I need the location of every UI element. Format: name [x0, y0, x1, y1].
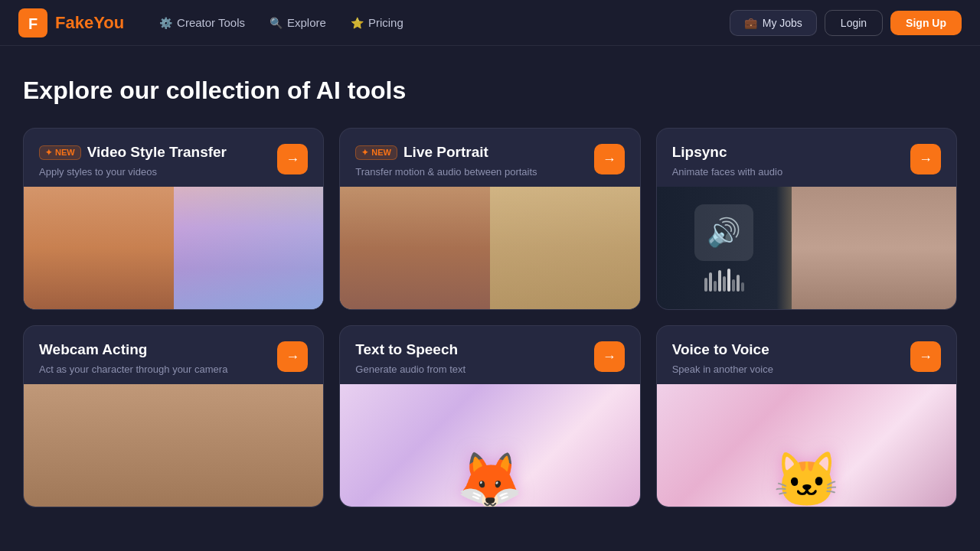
card-title-row-vst: ✦ NEW Video Style Transfer	[39, 144, 227, 161]
nav-links: ⚙️ Creator Tools 🔍 Explore ⭐ Pricing	[149, 11, 730, 34]
pricing-icon: ⭐	[351, 17, 364, 29]
card-image-v2v: 🐱	[657, 384, 956, 507]
card-title-area-ls: Lipsync Animate faces with audio	[672, 144, 783, 179]
navbar: F FakeYou ⚙️ Creator Tools 🔍 Explore ⭐ P…	[0, 0, 980, 46]
card-arrow-btn-lp[interactable]: →	[594, 144, 625, 174]
new-badge-vst: ✦ NEW	[39, 145, 81, 160]
card-subtitle-vst: Apply styles to your videos	[39, 165, 227, 179]
card-title-row-lp: ✦ NEW Live Portrait	[355, 144, 537, 161]
briefcase-icon: 💼	[744, 17, 757, 29]
nav-explore[interactable]: 🔍 Explore	[259, 11, 337, 34]
tools-grid: ✦ NEW Video Style Transfer Apply styles …	[23, 128, 957, 507]
card-title-v2v: Voice to Voice	[672, 341, 773, 358]
explore-icon: 🔍	[270, 17, 283, 29]
card-header-wc: Webcam Acting Act as your character thro…	[24, 326, 323, 384]
nav-right: 💼 My Jobs Login Sign Up	[730, 10, 962, 36]
card-arrow-btn-wc[interactable]: →	[277, 341, 308, 372]
tool-card-webcam: Webcam Acting Act as your character thro…	[23, 325, 324, 507]
card-header-lp: ✦ NEW Live Portrait Transfer motion & au…	[340, 129, 639, 187]
card-image-ls: 🔊	[657, 187, 956, 309]
nav-creator-tools[interactable]: ⚙️ Creator Tools	[149, 11, 256, 34]
card-image-wc	[24, 384, 323, 507]
main-content: Explore our collection of AI tools ✦ NEW…	[0, 46, 980, 530]
card-subtitle-v2v: Speak in another voice	[672, 363, 773, 377]
card-header-vst: ✦ NEW Video Style Transfer Apply styles …	[24, 129, 323, 187]
card-subtitle-ls: Animate faces with audio	[672, 165, 783, 179]
tool-card-video-style-transfer: ✦ NEW Video Style Transfer Apply styles …	[23, 128, 324, 310]
card-title-area-lp: ✦ NEW Live Portrait Transfer motion & au…	[355, 144, 537, 179]
card-arrow-btn-tts[interactable]: →	[594, 341, 625, 372]
card-title-vst: Video Style Transfer	[87, 144, 227, 161]
card-title-ls: Lipsync	[672, 144, 783, 161]
sparkle-icon-lp: ✦	[361, 148, 368, 158]
card-subtitle-lp: Transfer motion & audio between portaits	[355, 165, 537, 179]
tool-card-live-portrait: ✦ NEW Live Portrait Transfer motion & au…	[339, 128, 640, 310]
card-subtitle-tts: Generate audio from text	[355, 363, 466, 377]
page-title: Explore our collection of AI tools	[23, 77, 957, 105]
card-title-area-v2v: Voice to Voice Speak in another voice	[672, 341, 773, 377]
card-title-wc: Webcam Acting	[39, 341, 227, 358]
tool-card-v2v: Voice to Voice Speak in another voice → …	[656, 325, 957, 507]
svg-text:F: F	[28, 15, 38, 32]
card-title-tts: Text to Speech	[355, 341, 466, 358]
sparkle-icon-vst: ✦	[45, 148, 52, 158]
card-image-vst	[24, 187, 323, 309]
new-badge-lp: ✦ NEW	[355, 145, 397, 160]
login-button[interactable]: Login	[825, 10, 883, 36]
card-arrow-btn-vst[interactable]: →	[277, 144, 308, 174]
card-image-tts: 🦊	[340, 384, 639, 507]
tool-card-lipsync: Lipsync Animate faces with audio → 🔊	[656, 128, 957, 310]
card-arrow-btn-ls[interactable]: →	[910, 144, 941, 174]
tool-card-tts: Text to Speech Generate audio from text …	[339, 325, 640, 507]
card-header-ls: Lipsync Animate faces with audio →	[657, 129, 956, 187]
card-title-area-wc: Webcam Acting Act as your character thro…	[39, 341, 227, 377]
card-header-tts: Text to Speech Generate audio from text …	[340, 326, 639, 384]
logo-text: FakeYou	[55, 13, 124, 33]
card-title-area-tts: Text to Speech Generate audio from text	[355, 341, 466, 377]
logo[interactable]: F FakeYou	[18, 8, 124, 37]
signup-button[interactable]: Sign Up	[890, 11, 962, 35]
card-title-area-vst: ✦ NEW Video Style Transfer Apply styles …	[39, 144, 227, 179]
card-image-lp	[340, 187, 639, 309]
nav-pricing[interactable]: ⭐ Pricing	[340, 11, 414, 34]
card-header-v2v: Voice to Voice Speak in another voice →	[657, 326, 956, 384]
card-subtitle-wc: Act as your character through your camer…	[39, 363, 227, 377]
card-arrow-btn-v2v[interactable]: →	[910, 341, 941, 372]
my-jobs-button[interactable]: 💼 My Jobs	[730, 10, 817, 36]
card-title-lp: Live Portrait	[403, 144, 488, 161]
creator-tools-icon: ⚙️	[159, 17, 172, 29]
